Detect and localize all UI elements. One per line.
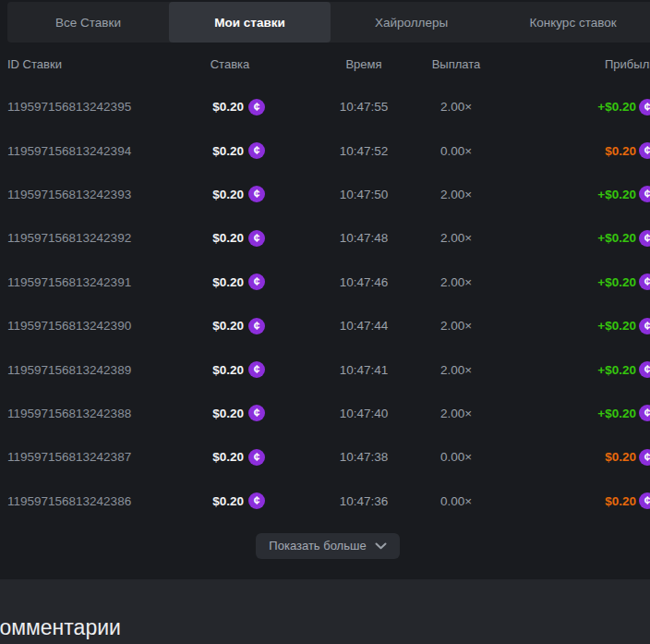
bet-id: 119597156813242394 — [0, 144, 192, 158]
table-row: 119597156813242388 $0.20 ¢ 10:47:40 2.00… — [0, 392, 650, 435]
table-row: 119597156813242392 $0.20 ¢ 10:47:48 2.00… — [0, 216, 650, 260]
table-row: 119597156813242393 $0.20 ¢ 10:47:50 2.00… — [0, 173, 650, 216]
bet-value: $0.20 — [212, 100, 244, 114]
column-header-profit: Прибыль — [502, 57, 650, 71]
profit-value: +$0.20 — [597, 188, 636, 201]
coin-icon: ¢ — [248, 99, 265, 115]
show-more-label: Показать больше — [269, 539, 366, 553]
bet-profit: +$0.20 ¢ — [502, 361, 650, 378]
bet-id: 119597156813242387 — [0, 450, 192, 464]
bets-table: ID Ставки Ставка Время Выплата Прибыль 1… — [0, 43, 650, 559]
column-header-payout: Выплата — [410, 57, 502, 71]
tab-bet-contest[interactable]: Конкурс ставок — [492, 2, 650, 43]
bet-time: 10:47:50 — [318, 188, 410, 201]
bet-value: $0.20 — [212, 407, 244, 420]
bet-profit: $0.20 ¢ — [502, 449, 650, 466]
table-body: 119597156813242395 $0.20 ¢ 10:47:55 2.00… — [0, 85, 650, 523]
bet-payout: 2.00× — [410, 275, 502, 289]
tab-bar: Все Ставки Мои ставки Хайроллеры Конкурс… — [7, 2, 650, 43]
table-row: 119597156813242395 $0.20 ¢ 10:47:55 2.00… — [0, 85, 650, 128]
bet-time: 10:47:48 — [318, 231, 410, 245]
profit-value: +$0.20 — [597, 319, 636, 333]
coin-icon: ¢ — [639, 449, 650, 466]
bet-profit: +$0.20 ¢ — [502, 273, 650, 290]
bet-time: 10:47:46 — [318, 275, 410, 289]
bet-id: 119597156813242386 — [0, 494, 192, 508]
bet-value: $0.20 — [212, 188, 244, 201]
coin-icon: ¢ — [248, 186, 265, 202]
bet-id: 119597156813242389 — [0, 363, 192, 377]
bet-profit: +$0.20 ¢ — [502, 230, 650, 247]
coin-icon: ¢ — [639, 405, 650, 421]
profit-value: +$0.20 — [597, 363, 636, 377]
bet-profit: +$0.20 ¢ — [502, 99, 650, 115]
bet-payout: 2.00× — [410, 407, 502, 420]
chevron-down-icon — [375, 542, 387, 550]
coin-icon: ¢ — [639, 230, 650, 247]
coin-icon: ¢ — [639, 186, 650, 202]
bet-payout: 2.00× — [410, 363, 502, 377]
coin-icon: ¢ — [248, 230, 265, 247]
bet-time: 10:47:44 — [318, 319, 410, 333]
bet-time: 10:47:41 — [318, 363, 410, 377]
bet-amount: $0.20 ¢ — [192, 273, 268, 290]
bet-amount: $0.20 ¢ — [192, 449, 268, 466]
coin-icon: ¢ — [639, 361, 650, 378]
coin-icon: ¢ — [248, 405, 265, 421]
profit-value: $0.20 — [605, 494, 636, 508]
bet-value: $0.20 — [212, 494, 244, 508]
bet-amount: $0.20 ¢ — [192, 230, 268, 247]
bet-profit: $0.20 ¢ — [502, 142, 650, 159]
tab-high-rollers[interactable]: Хайроллеры — [331, 2, 492, 43]
bet-amount: $0.20 ¢ — [192, 99, 268, 115]
table-row: 119597156813242390 $0.20 ¢ 10:47:44 2.00… — [0, 304, 650, 347]
bet-profit: $0.20 ¢ — [502, 492, 650, 509]
coin-icon: ¢ — [248, 273, 265, 290]
table-row: 119597156813242389 $0.20 ¢ 10:47:41 2.00… — [0, 347, 650, 391]
column-header-bet-id: ID Ставки — [0, 57, 192, 71]
profit-value: +$0.20 — [597, 100, 636, 114]
bet-amount: $0.20 ¢ — [192, 142, 268, 159]
bet-payout: 0.00× — [410, 494, 502, 508]
table-row: 119597156813242391 $0.20 ¢ 10:47:46 2.00… — [0, 261, 650, 304]
column-header-time: Время — [318, 57, 410, 71]
bet-amount: $0.20 ¢ — [192, 405, 268, 421]
bet-time: 10:47:40 — [318, 407, 410, 420]
bet-profit: +$0.20 ¢ — [502, 405, 650, 421]
coin-icon: ¢ — [248, 361, 265, 378]
bet-id: 119597156813242391 — [0, 275, 192, 289]
bet-value: $0.20 — [212, 319, 244, 333]
coin-icon: ¢ — [639, 142, 650, 159]
coin-icon: ¢ — [639, 318, 650, 334]
bet-value: $0.20 — [212, 363, 244, 377]
bet-payout: 2.00× — [410, 188, 502, 201]
bet-value: $0.20 — [212, 231, 244, 245]
profit-value: +$0.20 — [597, 275, 636, 289]
bet-value: $0.20 — [212, 450, 244, 464]
comments-heading: Комментарии — [0, 615, 121, 640]
bet-profit: +$0.20 ¢ — [502, 186, 650, 202]
bet-amount: $0.20 ¢ — [192, 318, 268, 334]
coin-icon: ¢ — [639, 99, 650, 115]
bet-id: 119597156813242388 — [0, 407, 192, 420]
bet-amount: $0.20 ¢ — [192, 492, 268, 509]
table-row: 119597156813242387 $0.20 ¢ 10:47:38 0.00… — [0, 435, 650, 479]
bet-profit: +$0.20 ¢ — [502, 318, 650, 334]
bet-time: 10:47:38 — [318, 450, 410, 464]
coin-icon: ¢ — [639, 492, 650, 509]
bet-time: 10:47:55 — [318, 100, 410, 114]
bet-time: 10:47:36 — [318, 494, 410, 508]
coin-icon: ¢ — [248, 318, 265, 334]
bet-payout: 0.00× — [410, 450, 502, 464]
bet-id: 119597156813242392 — [0, 231, 192, 245]
bet-payout: 2.00× — [410, 319, 502, 333]
show-more-button[interactable]: Показать больше — [256, 533, 399, 559]
table-row: 119597156813242386 $0.20 ¢ 10:47:36 0.00… — [0, 480, 650, 523]
column-header-bet: Ставка — [192, 57, 268, 71]
tab-all-bets[interactable]: Все Ставки — [7, 2, 169, 43]
tab-my-bets[interactable]: Мои ставки — [169, 2, 331, 43]
coin-icon: ¢ — [248, 449, 265, 466]
bet-value: $0.20 — [212, 144, 244, 158]
coin-icon: ¢ — [248, 142, 265, 159]
profit-value: $0.20 — [605, 144, 636, 158]
